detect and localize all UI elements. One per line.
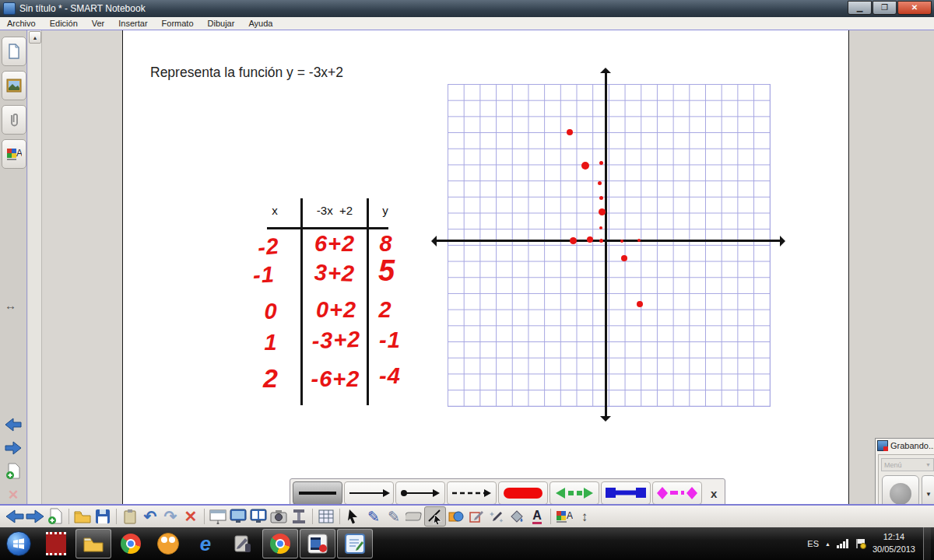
tab-properties[interactable]: A xyxy=(2,139,26,169)
menu-formato[interactable]: Formato xyxy=(155,19,201,28)
menu-archivo[interactable]: Archivo xyxy=(0,19,43,28)
sidebar-resize-icon[interactable]: ↔ xyxy=(5,299,16,312)
line-style-red-thick[interactable] xyxy=(498,481,548,505)
menu-ver[interactable]: Ver xyxy=(85,19,112,28)
delete-button[interactable]: ✕ xyxy=(181,507,201,526)
shape-recognition-pen-button[interactable] xyxy=(466,507,486,526)
close-button[interactable]: ✕ xyxy=(897,1,932,15)
start-button[interactable] xyxy=(1,529,37,558)
line-style-green-double-arrow[interactable] xyxy=(550,481,599,505)
paste-button[interactable] xyxy=(120,507,140,526)
chrome-icon xyxy=(121,534,141,554)
shapes-tool-button[interactable] xyxy=(446,507,466,526)
line-style-arrow[interactable] xyxy=(344,481,394,505)
open-file-button[interactable] xyxy=(72,507,93,526)
add-page-button[interactable] xyxy=(2,461,24,481)
properties-button[interactable]: A xyxy=(554,507,574,526)
ink-dot xyxy=(599,226,602,229)
title-bar: Sin título * - SMART Notebook ▁ ❐ ✕ xyxy=(0,0,934,17)
menu-insertar[interactable]: Insertar xyxy=(111,19,154,28)
tab-page-sorter[interactable] xyxy=(2,37,26,66)
dual-page-button[interactable] xyxy=(248,507,269,526)
taskbar: e ES ▲ 12:14 30/05/2013 xyxy=(0,527,934,560)
fullscreen-button[interactable] xyxy=(228,507,248,526)
document-camera-button[interactable] xyxy=(289,507,309,526)
menu-dibujar[interactable]: Dibujar xyxy=(201,19,242,28)
language-indicator[interactable]: ES xyxy=(807,539,819,548)
tab-attachments[interactable] xyxy=(2,105,26,135)
undo-button[interactable]: ↶ xyxy=(140,507,160,526)
taskbar-media-player[interactable] xyxy=(38,529,74,558)
line-style-dot-arrow[interactable] xyxy=(395,481,445,505)
line-style-blue-square-ends[interactable] xyxy=(601,481,651,505)
menu-edicion[interactable]: Edición xyxy=(43,19,85,28)
taskbar-internet-explorer[interactable]: e xyxy=(188,529,223,558)
svg-text:A: A xyxy=(16,148,22,159)
action-center-flag-icon[interactable] xyxy=(855,538,866,549)
camera-icon xyxy=(270,509,287,523)
tab-gallery[interactable] xyxy=(2,71,26,100)
magic-pen-button[interactable] xyxy=(486,507,507,526)
insert-table-button[interactable] xyxy=(316,507,336,526)
taskbar-movie-maker[interactable] xyxy=(300,529,335,558)
taskbar-scratch[interactable] xyxy=(150,529,186,558)
line-toolbar-close-button[interactable]: x xyxy=(711,487,717,500)
redo-button[interactable]: ↷ xyxy=(160,507,181,526)
fill-tool-button[interactable] xyxy=(507,507,527,526)
pen-tool-button[interactable]: ✎ xyxy=(363,507,384,526)
calligraphic-pen-button[interactable]: ✎ xyxy=(384,507,404,526)
screen-capture-button[interactable] xyxy=(269,507,289,526)
ink-dot xyxy=(598,181,602,185)
taskbar-paint-app[interactable] xyxy=(225,529,261,558)
shapes-icon xyxy=(448,509,464,523)
lines-tool-cursor-icon xyxy=(427,509,443,524)
folder-icon xyxy=(83,535,104,552)
show-desktop-button[interactable] xyxy=(923,527,931,560)
menu-ayuda[interactable]: Ayuda xyxy=(241,19,279,28)
page-canvas[interactable]: Representa la función y = -3x+2 x -3x +2… xyxy=(123,30,849,504)
taskbar-smart-notebook[interactable] xyxy=(337,529,373,558)
taskbar-explorer[interactable] xyxy=(75,529,111,558)
screen-shade-button[interactable] xyxy=(208,507,228,526)
tray-expand-button[interactable]: ▲ xyxy=(825,541,830,547)
monitor-icon xyxy=(230,509,247,524)
eraser-tool-button[interactable] xyxy=(404,507,424,526)
smart-notebook-window: Sin título * - SMART Notebook ▁ ❐ ✕ Arch… xyxy=(0,0,934,560)
next-page-button[interactable] xyxy=(25,507,45,526)
arrow-left-icon xyxy=(5,509,24,523)
line-style-solid-thick[interactable] xyxy=(293,481,342,505)
add-page-button[interactable] xyxy=(45,507,65,526)
next-page-button[interactable] xyxy=(2,438,24,458)
up-down-arrow-icon: ↕ xyxy=(581,510,588,523)
table-header-x: x xyxy=(263,204,286,217)
ink-dot xyxy=(581,162,589,170)
line-style-magenta-diamond[interactable] xyxy=(652,481,702,505)
table-header-y: y xyxy=(374,204,397,217)
table-icon xyxy=(318,509,334,523)
previous-page-button[interactable] xyxy=(5,507,25,526)
save-button[interactable] xyxy=(93,507,113,526)
lines-tool-button-selected[interactable] xyxy=(424,506,446,527)
restore-button[interactable]: ❐ xyxy=(873,1,897,15)
delete-page-button-disabled[interactable]: ✕ xyxy=(2,485,24,505)
scroll-up-button[interactable]: ▲ xyxy=(29,31,41,44)
clock[interactable]: 12:14 30/05/2013 xyxy=(873,531,915,556)
ink-cell: 5 xyxy=(369,254,405,288)
gallery-icon xyxy=(6,79,22,93)
taskbar-chrome[interactable] xyxy=(113,529,149,558)
select-tool-button[interactable] xyxy=(343,507,363,526)
move-toolbar-button[interactable]: ↕ xyxy=(574,507,595,526)
taskbar-chrome-2[interactable] xyxy=(262,529,298,558)
network-signal-icon[interactable] xyxy=(837,539,849,548)
ink-dot xyxy=(599,196,603,200)
delete-x-icon: ✕ xyxy=(184,509,198,524)
text-tool-button[interactable]: A xyxy=(527,507,547,526)
movie-maker-icon xyxy=(307,534,328,554)
panel-scrollbar[interactable]: ▲ xyxy=(28,30,42,504)
previous-page-button[interactable] xyxy=(2,415,24,435)
recorder-menu-dropdown[interactable]: Menú ▼ xyxy=(881,458,934,471)
new-page-icon xyxy=(5,463,21,480)
minimize-button[interactable]: ▁ xyxy=(848,1,872,15)
line-style-dashed-arrow[interactable] xyxy=(447,481,497,505)
coordinate-grid xyxy=(448,84,771,407)
